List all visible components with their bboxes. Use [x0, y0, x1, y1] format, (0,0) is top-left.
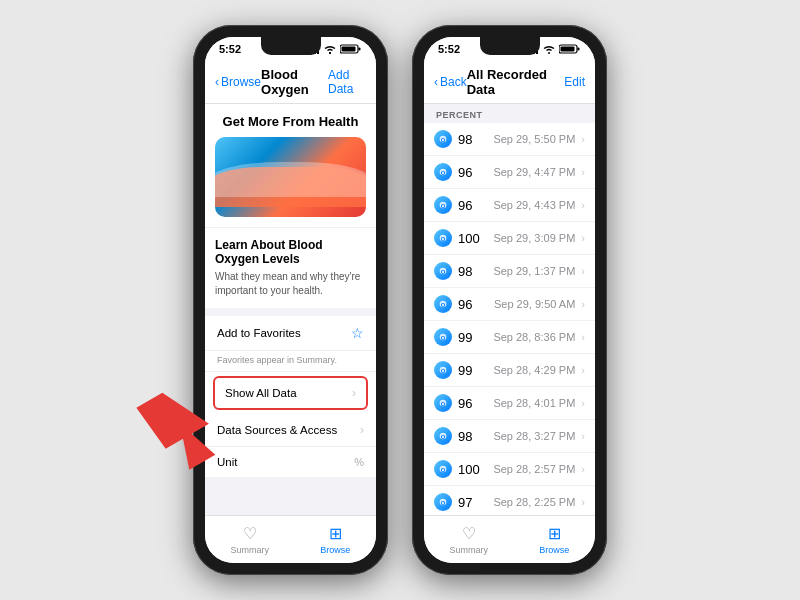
table-row[interactable]: O 100 Sep 29, 3:09 PM › — [424, 222, 595, 255]
section-header-percent: PERCENT — [424, 104, 595, 123]
data-value: 96 — [458, 165, 482, 180]
row-icon: O — [434, 460, 452, 478]
oxygen-icon: O — [438, 134, 448, 144]
browse-label: Browse — [320, 545, 350, 555]
notch — [261, 37, 321, 55]
data-rows-container: O 98 Sep 29, 5:50 PM › O 96 Sep 29, 4:47… — [424, 123, 595, 515]
row-icon: O — [434, 394, 452, 412]
tab-browse-left[interactable]: ⊞ Browse — [320, 524, 350, 555]
data-date: Sep 29, 4:47 PM — [488, 166, 575, 178]
data-date: Sep 28, 4:29 PM — [488, 364, 575, 376]
table-row[interactable]: O 100 Sep 28, 2:57 PM › — [424, 453, 595, 486]
data-value: 96 — [458, 198, 482, 213]
nav-title-right: All Recorded Data — [467, 67, 565, 97]
screen-content-left: Get More From Health Learn About Blood O… — [205, 104, 376, 515]
right-phone-shell: 5:52 ‹ Back All Recorded Data Edit PERCE… — [412, 25, 607, 575]
data-value: 100 — [458, 462, 482, 477]
learn-section: Learn About Blood Oxygen Levels What the… — [205, 227, 376, 308]
left-phone-shell: 5:52 ‹ Browse Blood Oxygen Add Data — [193, 25, 388, 575]
tab-browse-right[interactable]: ⊞ Browse — [539, 524, 569, 555]
data-value: 97 — [458, 495, 482, 510]
svg-rect-15 — [578, 48, 580, 51]
svg-text:O: O — [441, 170, 446, 176]
learn-title: Learn About Blood Oxygen Levels — [215, 238, 366, 266]
summary-label: Summary — [231, 545, 270, 555]
row-chevron-icon: › — [581, 199, 585, 211]
data-value: 98 — [458, 132, 482, 147]
hero-title: Get More From Health — [215, 114, 366, 129]
table-row[interactable]: O 96 Sep 29, 9:50 AM › — [424, 288, 595, 321]
row-chevron-icon: › — [581, 133, 585, 145]
svg-rect-16 — [561, 47, 575, 52]
tab-bar-left: ♡ Summary ⊞ Browse — [205, 515, 376, 563]
back-button-right[interactable]: ‹ Back — [434, 75, 467, 89]
nav-title-left: Blood Oxygen — [261, 67, 328, 97]
svg-text:O: O — [441, 368, 446, 374]
table-row[interactable]: O 99 Sep 28, 8:36 PM › — [424, 321, 595, 354]
data-value: 99 — [458, 330, 482, 345]
percent-label: % — [354, 456, 364, 468]
row-chevron-icon: › — [581, 232, 585, 244]
grid-icon: ⊞ — [329, 524, 342, 543]
back-browse[interactable]: ‹ Browse — [215, 75, 261, 89]
svg-rect-8 — [342, 47, 356, 52]
data-date: Sep 29, 9:50 AM — [488, 298, 575, 310]
add-data-button[interactable]: Add Data — [328, 68, 366, 96]
notch-right — [480, 37, 540, 55]
svg-text:O: O — [441, 203, 446, 209]
data-sources-item[interactable]: Data Sources & Access › — [205, 414, 376, 447]
table-row[interactable]: O 96 Sep 28, 4:01 PM › — [424, 387, 595, 420]
table-row[interactable]: O 97 Sep 28, 2:25 PM › — [424, 486, 595, 515]
data-value: 96 — [458, 297, 482, 312]
svg-text:O: O — [441, 401, 446, 407]
learn-desc: What they mean and why they're important… — [215, 270, 366, 298]
row-chevron-icon: › — [581, 463, 585, 475]
star-icon: ☆ — [351, 325, 364, 341]
oxygen-icon: O — [438, 233, 448, 243]
oxygen-icon: O — [438, 266, 448, 276]
add-to-favorites-item[interactable]: Add to Favorites ☆ — [205, 316, 376, 351]
row-icon: O — [434, 361, 452, 379]
row-icon: O — [434, 163, 452, 181]
oxygen-icon: O — [438, 497, 448, 507]
row-chevron-icon: › — [581, 397, 585, 409]
phone-left: 5:52 ‹ Browse Blood Oxygen Add Data — [193, 25, 388, 575]
row-chevron-icon: › — [581, 496, 585, 508]
data-date: Sep 28, 4:01 PM — [488, 397, 575, 409]
tab-summary-right[interactable]: ♡ Summary — [450, 524, 489, 555]
table-row[interactable]: O 98 Sep 29, 1:37 PM › — [424, 255, 595, 288]
table-row[interactable]: O 99 Sep 28, 4:29 PM › — [424, 354, 595, 387]
show-all-data-item[interactable]: Show All Data › — [213, 376, 368, 410]
tab-summary-left[interactable]: ♡ Summary — [231, 524, 270, 555]
menu-list: Add to Favorites ☆ Favorites appear in S… — [205, 316, 376, 478]
svg-text:O: O — [441, 500, 446, 506]
data-date: Sep 28, 2:57 PM — [488, 463, 575, 475]
data-date: Sep 28, 8:36 PM — [488, 331, 575, 343]
status-time-left: 5:52 — [219, 43, 241, 55]
data-value: 99 — [458, 363, 482, 378]
row-icon: O — [434, 328, 452, 346]
table-row[interactable]: O 98 Sep 28, 3:27 PM › — [424, 420, 595, 453]
svg-text:O: O — [441, 302, 446, 308]
table-row[interactable]: O 98 Sep 29, 5:50 PM › — [424, 123, 595, 156]
unit-item[interactable]: Unit % — [205, 447, 376, 478]
heart-icon-right: ♡ — [462, 524, 476, 543]
table-row[interactable]: O 96 Sep 29, 4:47 PM › — [424, 156, 595, 189]
data-date: Sep 29, 1:37 PM — [488, 265, 575, 277]
right-phone-screen: 5:52 ‹ Back All Recorded Data Edit PERCE… — [424, 37, 595, 563]
data-value: 98 — [458, 264, 482, 279]
table-row[interactable]: O 96 Sep 29, 4:43 PM › — [424, 189, 595, 222]
row-chevron-icon: › — [581, 298, 585, 310]
chevron-icon2: › — [360, 423, 364, 437]
row-icon: O — [434, 295, 452, 313]
nav-bar-left: ‹ Browse Blood Oxygen Add Data — [205, 61, 376, 104]
svg-rect-7 — [359, 48, 361, 51]
svg-text:O: O — [441, 236, 446, 242]
status-time-right: 5:52 — [438, 43, 460, 55]
row-icon: O — [434, 229, 452, 247]
oxygen-icon: O — [438, 332, 448, 342]
data-value: 96 — [458, 396, 482, 411]
edit-button[interactable]: Edit — [564, 75, 585, 89]
row-chevron-icon: › — [581, 265, 585, 277]
tab-bar-right: ♡ Summary ⊞ Browse — [424, 515, 595, 563]
